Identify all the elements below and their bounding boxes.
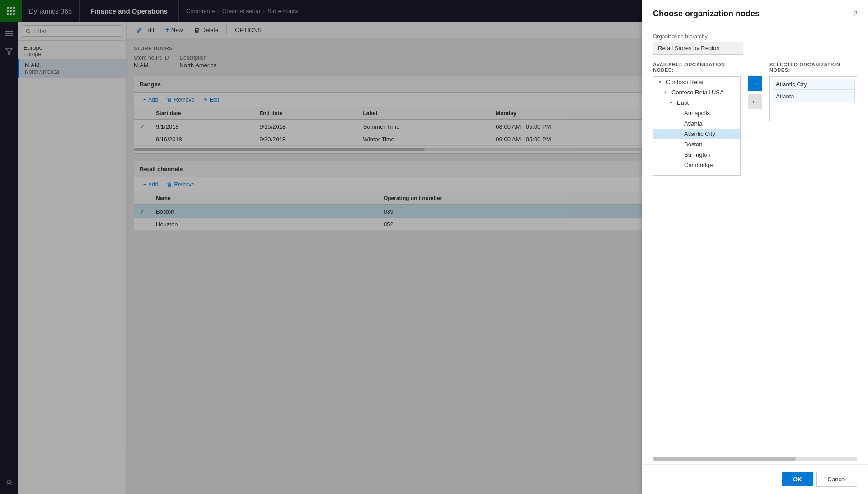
tree-node-boston[interactable]: Boston <box>653 139 740 149</box>
tree-node-atlanta[interactable]: Atlanta <box>653 118 740 129</box>
available-nodes-title: AVAILABLE ORGANIZATION NODES: <box>653 62 741 73</box>
transfer-back-button[interactable]: ← <box>748 94 762 109</box>
tree-node-contoso-retail-usa[interactable]: ▾ Contoso Retail USA <box>653 87 740 98</box>
selected-nodes-col: SELECTED ORGANIZATION NODES: Atlantic Ci… <box>769 62 857 121</box>
dialog-panel: Choose organization nodes ? Organization… <box>642 0 868 494</box>
selected-node-item[interactable]: Atlantic City <box>772 79 855 90</box>
dialog-scrollbar[interactable] <box>653 457 857 461</box>
org-hierarchy-value: Retail Stores by Region <box>653 42 743 55</box>
org-hierarchy-label: Organization hierarchy <box>653 33 857 40</box>
dialog-close-button[interactable]: ? <box>853 10 857 18</box>
dialog-overlay: Choose organization nodes ? Organization… <box>0 0 868 494</box>
tree-node-contoso-retail[interactable]: ▾ Contoso Retail <box>653 77 740 87</box>
cancel-button[interactable]: Cancel <box>816 472 857 487</box>
transfer-buttons: → ← <box>748 62 762 109</box>
tree-node-annapolis[interactable]: Annapolis <box>653 108 740 118</box>
tree-node-cambridge[interactable]: Cambridge <box>653 160 740 170</box>
selected-nodes-list[interactable]: Atlantic City Atlanta <box>769 76 857 121</box>
dialog-body: Organization hierarchy Retail Stores by … <box>642 26 868 455</box>
dialog-header: Choose organization nodes ? <box>642 0 868 26</box>
org-columns: AVAILABLE ORGANIZATION NODES: ▾ Contoso … <box>653 62 857 176</box>
selected-nodes-title: SELECTED ORGANIZATION NODES: <box>769 62 857 73</box>
ok-button[interactable]: OK <box>782 472 813 486</box>
available-nodes-col: AVAILABLE ORGANIZATION NODES: ▾ Contoso … <box>653 62 741 176</box>
tree-node-atlantic-city[interactable]: Atlantic City <box>653 129 740 139</box>
tree-node-east[interactable]: ▾ East <box>653 98 740 108</box>
dialog-title: Choose organization nodes <box>653 9 760 19</box>
org-tree[interactable]: ▾ Contoso Retail ▾ Contoso Retail USA ▾ … <box>653 76 741 176</box>
transfer-forward-button[interactable]: → <box>748 76 762 91</box>
tree-node-burlington[interactable]: Burlington <box>653 149 740 160</box>
dialog-footer: OK Cancel <box>642 464 868 494</box>
selected-node-item[interactable]: Atlanta <box>772 91 855 102</box>
